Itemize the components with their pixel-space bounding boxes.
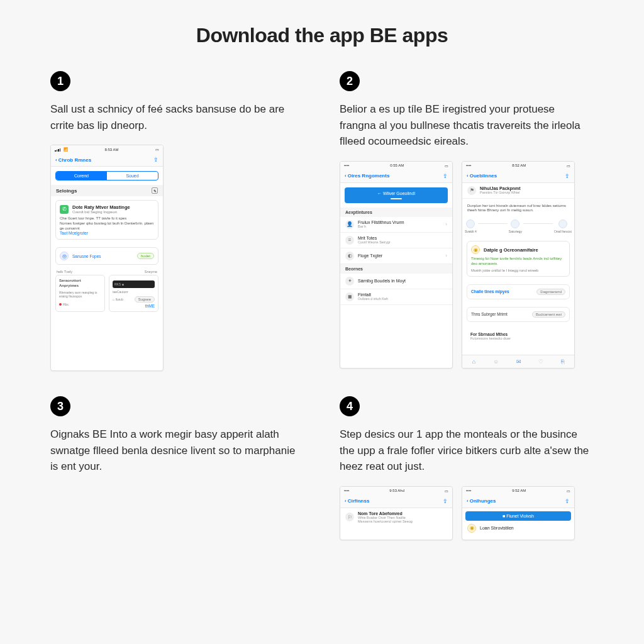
tab-icon[interactable]: ☺	[493, 358, 499, 365]
mini-cards: Seraorottort Anpryimes Wenselery aum rea…	[55, 275, 158, 312]
status-bar: 📶 8:53 AM ▭	[51, 145, 163, 153]
group-label: Beornes	[340, 264, 452, 274]
list-item[interactable]: ⚐ Nom Tore Abefomred Whie Bualse Orotr T…	[340, 508, 452, 526]
share-icon[interactable]: ⇪	[153, 157, 158, 163]
tab-icon[interactable]: ⌂	[472, 358, 475, 365]
card-link: Sanusne Fopes	[72, 254, 101, 258]
avatar-icon: ◐	[345, 252, 354, 260]
signal-icon: ••••	[344, 489, 349, 492]
step-4: 4 Step desics our 1 app the monteals or …	[340, 396, 594, 540]
pill-button[interactable]: Dagmterarrd	[536, 289, 565, 295]
share-icon[interactable]: ⇪	[443, 173, 448, 179]
progress-dot-icon	[511, 219, 519, 228]
group-label: Aexptintures	[340, 208, 452, 217]
battery-icon: ▭	[155, 147, 159, 152]
seg-inactive[interactable]: Soued	[107, 172, 158, 180]
nav-bar: ‹ Oires Rngoments ⇪	[340, 170, 452, 183]
tab-icon[interactable]: ♡	[538, 358, 543, 365]
steps-grid: 1 Sall ust a schnicy of feé sacks bansus…	[50, 71, 594, 540]
status-time: 9:53 Ahd	[389, 489, 404, 492]
feature-body: Dunplon her tont hisnaln dutemeon nof br…	[462, 201, 574, 216]
feature-icon: ⚑	[467, 186, 476, 195]
list-item[interactable]: ≡Mrit TotesCoutil Weons Seirygr	[340, 233, 452, 248]
edit-icon[interactable]: ✎	[152, 187, 158, 194]
back-button[interactable]: ‹ Chrob Rmnes	[55, 157, 91, 163]
battery-icon: ▭	[567, 489, 570, 493]
battery-icon: ▭	[445, 489, 448, 493]
tab-bar: ⌂ ☺ ✉ ♡ ⎘	[462, 355, 574, 368]
step-badge-2: 2	[340, 71, 360, 91]
progress-steps: Svakilt 4 Saturiegy Onall ferucst	[462, 216, 574, 237]
battery-icon: ▭	[445, 164, 448, 168]
step-3-text: Oignaks BE Into a work megir basy apperi…	[50, 426, 304, 475]
tab-icon[interactable]: ⎘	[561, 358, 564, 365]
dot-red-icon	[59, 303, 62, 306]
back-button[interactable]: ‹ Oueblinnes	[467, 173, 497, 179]
status-time: 8:52 AM	[512, 164, 526, 167]
highlight-card[interactable]: ◉ Datple g Ocreonamifaire Timesig fot No…	[467, 241, 570, 277]
mini-card[interactable]: RKS ■ teeCautonr ⌂ Ilorub Sugsee thME	[109, 275, 158, 312]
list-item[interactable]: ◉Loan Sbrovistilen	[462, 524, 574, 536]
status-bar: •••• 9:52 AM ▭	[462, 487, 574, 495]
mini-card[interactable]: Seraorottort Anpryimes Wenselery aum rea…	[55, 275, 105, 312]
back-button[interactable]: ‹ Cirfinnss	[345, 498, 369, 504]
signal-icon: ••••	[466, 489, 471, 492]
share-icon[interactable]: ⇪	[443, 498, 448, 504]
seg-active[interactable]: Corend	[56, 172, 107, 180]
card-message[interactable]: ✆ Dote Raty Mtver Mastinge Cverdt bid Se…	[55, 200, 158, 240]
tab-icon[interactable]: ✉	[516, 358, 521, 365]
step-1-text: Sall ust a schnicy of feé sacks bansuse …	[50, 101, 304, 133]
avatar-icon: 👤	[345, 220, 354, 229]
share-icon[interactable]: ⇪	[565, 498, 570, 504]
step-badge-4: 4	[340, 396, 360, 416]
phone-mock-4b: •••• 9:52 AM ▭ ‹ Onlhunges ⇪ ■ Fiunet Vi…	[462, 486, 575, 540]
progress-dot-icon	[466, 219, 475, 228]
coin-icon: ◉	[471, 245, 480, 254]
section-header: Seloings ✎	[51, 185, 163, 196]
feature-row[interactable]: ⚑NihulJas PackpnmtPamitirs Tiz Gsinvip W…	[462, 183, 574, 199]
link[interactable]: thME	[113, 304, 155, 308]
item-icon: ⚐	[345, 513, 354, 521]
card-subtitle: Cverdt bid Seging Inqpeon	[72, 210, 130, 214]
phone-mock-4a: •••• 9:53 Ahd ▭ ‹ Cirfinnss ⇪ ⚐ Nom Tore…	[340, 486, 453, 540]
light-card[interactable]: Thns Subrger Mrirnt Bodcament ewi	[467, 307, 570, 322]
pill-button[interactable]: Bodcament ewi	[532, 311, 565, 318]
list-item[interactable]: ◐Floge Txgter ›	[340, 248, 452, 264]
back-button[interactable]: ‹ Onlhunges	[467, 498, 496, 504]
chevron-right-icon: ›	[445, 221, 447, 227]
pill-button[interactable]: Sugsee	[135, 296, 155, 303]
signal-icon: 📶	[55, 147, 68, 152]
segmented-control[interactable]: Corend Soued	[55, 171, 158, 180]
signal-icon: ••••	[466, 164, 471, 167]
list-item[interactable]: 👤Frulux Filstithnus VrurmBar h ›	[340, 217, 452, 233]
blue-banner[interactable]: ■ Fiunet Violvsh	[465, 511, 571, 521]
tab-label: Sneyme	[145, 270, 157, 274]
avatar-icon: ◼	[345, 292, 354, 301]
nav-bar: ‹ Chrob Rmnes ⇪	[51, 153, 163, 167]
share-icon[interactable]: ⇪	[565, 173, 570, 179]
step-badge-3: 3	[50, 396, 70, 416]
dark-bar: RKS ■	[113, 280, 155, 288]
status-bar: •••• 9:53 Ahd ▭	[340, 487, 452, 495]
status-time: 9:52 AM	[512, 489, 526, 492]
back-button[interactable]: ‹ Oires Rngoments	[345, 173, 389, 179]
card-link[interactable]: Taot Mcelgroter	[60, 231, 154, 235]
tab-label: helb Tvely	[57, 270, 72, 274]
progress-dot-icon	[558, 219, 567, 228]
list-item[interactable]: ✦Sárnibg Boudels in Moyt	[340, 274, 452, 289]
nav-bar: ‹ Cirfinnss ⇪	[340, 495, 452, 508]
light-card[interactable]: For Sbrnaud Mthes Fulomsions kestedto di…	[467, 330, 570, 343]
phone-mock-1: 📶 8:53 AM ▭ ‹ Chrob Rmnes ⇪ Corend Soued…	[50, 145, 164, 371]
list-item[interactable]: ◼FimtaltOulbies d iritoh Keh	[340, 289, 452, 305]
light-card[interactable]: Challe tines mipyes Dagmterarrd	[467, 284, 570, 299]
step-2: 2 Belior a es up tíle BE iregistred your…	[340, 71, 594, 371]
status-time: 0:55 AM	[390, 164, 404, 167]
phone-icon: ✆	[60, 205, 69, 214]
step-3: 3 Oignaks BE Into a work megir basy appe…	[50, 396, 304, 540]
pill-button[interactable]: hodet	[137, 253, 154, 259]
blue-banner[interactable]: ← Wliver Goeolindl	[345, 187, 448, 203]
step-badge-1: 1	[50, 71, 70, 91]
phone-mock-2a: •••• 0:55 AM ▭ ‹ Oires Rngoments ⇪ ← Wli…	[340, 161, 453, 369]
card-summary[interactable]: ◎ Sanusne Fopes hodet	[55, 247, 158, 265]
card-body: Che Goert lour hnpe. TT taivle fo it spe…	[60, 216, 154, 231]
